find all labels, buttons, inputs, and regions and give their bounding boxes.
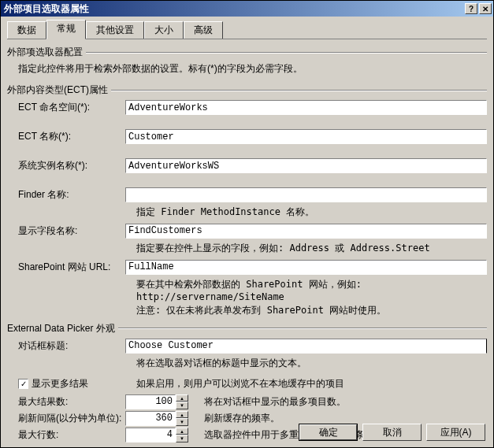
tab-other[interactable]: 其他设置 <box>86 21 144 39</box>
content-area: 数据 常规 其他设置 大小 高级 外部项选取器配置 指定此控件将用于检索外部数据… <box>1 17 493 448</box>
section-config-desc: 指定此控件将用于检索外部数据的设置。标有(*)的字段为必需字段。 <box>18 62 487 76</box>
tab-general[interactable]: 常规 <box>46 20 86 39</box>
hint-dialog-title: 将在选取器对话框的标题中显示的文本。 <box>136 357 487 370</box>
dialog-footer: 确定 取消 应用(A) <box>299 424 485 441</box>
input-max-rows[interactable] <box>125 428 176 442</box>
section-ect-title: 外部内容类型(ECT)属性 <box>7 83 108 97</box>
tab-size[interactable]: 大小 <box>144 21 184 39</box>
spinner-max-results: ▲ ▼ <box>176 394 188 409</box>
apply-button[interactable]: 应用(A) <box>426 424 485 441</box>
label-sharepoint-url: SharePoint 网站 URL: <box>7 261 125 274</box>
hint-display-field: 指定要在控件上显示的字段，例如: Address 或 Address.Stree… <box>136 242 487 255</box>
divider <box>118 328 487 329</box>
spinner-refresh: ▲ ▼ <box>176 411 188 426</box>
label-ect-name: ECT 名称(*): <box>7 130 125 143</box>
spin-up-icon[interactable]: ▲ <box>176 394 188 402</box>
spin-down-icon[interactable]: ▼ <box>176 402 188 409</box>
label-dialog-title: 对话框标题: <box>7 339 125 353</box>
spin-down-icon[interactable]: ▼ <box>176 435 188 442</box>
cancel-button[interactable]: 取消 <box>362 424 422 441</box>
tab-bar: 数据 常规 其他设置 大小 高级 <box>7 20 487 39</box>
input-display-field[interactable] <box>125 224 487 239</box>
label-max-results: 最大结果数: <box>7 395 125 409</box>
input-dialog-title[interactable] <box>125 339 487 354</box>
label-finder-name: Finder 名称: <box>7 188 125 202</box>
input-sharepoint-url[interactable] <box>125 260 487 275</box>
label-ect-namespace: ECT 命名空间(*): <box>7 101 125 114</box>
dialog-window: 外部项目选取器属性 ? ✕ 数据 常规 其他设置 大小 高级 外部项选取器配置 … <box>0 0 494 448</box>
checkbox-show-more[interactable]: ✓ <box>18 379 28 389</box>
hint-show-more: 如果启用，则用户可以浏览不在本地缓存中的项目 <box>136 377 344 391</box>
titlebar-buttons: ? ✕ <box>465 3 492 14</box>
section-config: 外部项选取器配置 <box>7 46 487 59</box>
spin-up-icon[interactable]: ▲ <box>176 428 188 435</box>
window-title: 外部项目选取器属性 <box>4 2 89 16</box>
spin-up-icon[interactable]: ▲ <box>176 411 188 419</box>
section-picker-title: External Data Picker 外观 <box>7 322 115 335</box>
desc-max-results: 将在对话框中显示的最多项目数。 <box>204 395 346 409</box>
input-max-results[interactable] <box>125 394 176 409</box>
titlebar: 外部项目选取器属性 ? ✕ <box>1 1 493 17</box>
label-max-rows: 最大行数: <box>7 428 125 442</box>
close-button[interactable]: ✕ <box>479 3 492 14</box>
input-refresh-interval[interactable] <box>125 411 176 426</box>
tab-advanced[interactable]: 高级 <box>184 21 223 39</box>
input-dialog-title-wrap <box>125 339 487 354</box>
section-ect: 外部内容类型(ECT)属性 <box>7 83 487 97</box>
input-system-instance[interactable] <box>125 158 487 173</box>
section-config-title: 外部项选取器配置 <box>7 46 83 59</box>
help-button[interactable]: ? <box>465 3 477 14</box>
spinner-max-rows: ▲ ▼ <box>176 428 188 442</box>
input-ect-name[interactable] <box>125 129 487 144</box>
divider <box>111 90 487 91</box>
desc-refresh: 刷新缓存的频率。 <box>204 412 280 425</box>
hint-finder: 指定 Finder MethodInstance 名称。 <box>136 205 487 219</box>
input-ect-namespace[interactable] <box>125 100 487 115</box>
ok-button[interactable]: 确定 <box>299 424 358 441</box>
input-finder-name[interactable] <box>125 187 487 202</box>
spin-down-icon[interactable]: ▼ <box>176 418 188 426</box>
label-show-more: 显示更多结果 <box>32 377 88 391</box>
label-system-instance: 系统实例名称(*): <box>7 159 125 172</box>
tab-data[interactable]: 数据 <box>7 21 46 39</box>
section-picker-appearance: External Data Picker 外观 <box>7 322 487 335</box>
label-refresh-interval: 刷新间隔(以分钟为单位): <box>7 412 125 425</box>
hint-sharepoint-url: 要在其中检索外部数据的 SharePoint 网站，例如: http://ser… <box>136 278 487 317</box>
divider <box>86 52 487 54</box>
label-display-field: 显示字段名称: <box>7 224 125 238</box>
